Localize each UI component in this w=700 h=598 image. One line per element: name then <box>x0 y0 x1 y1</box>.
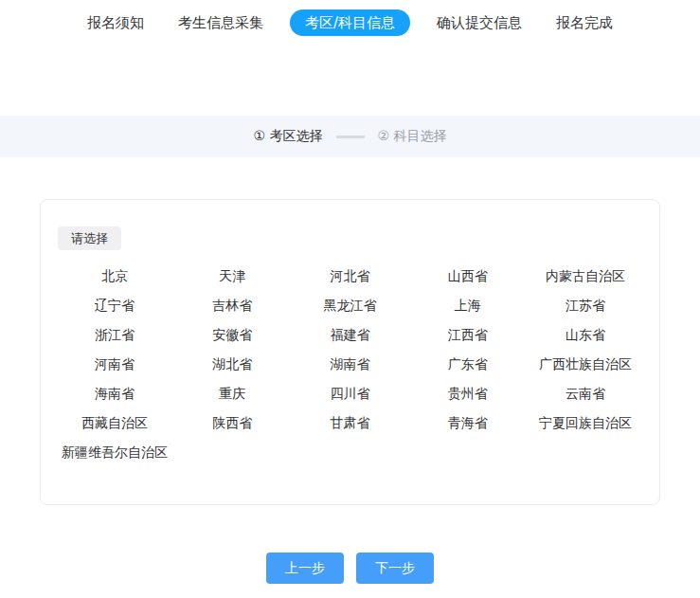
step-subject: ② 科目选择 <box>378 128 447 145</box>
province-option[interactable]: 海南省 <box>56 379 173 408</box>
province-option[interactable]: 青海省 <box>409 408 527 438</box>
province-option[interactable]: 辽宁省 <box>56 291 173 320</box>
province-option[interactable]: 宁夏回族自治区 <box>527 408 644 438</box>
province-option[interactable]: 甘肃省 <box>291 408 408 438</box>
step-divider <box>336 136 365 138</box>
province-option[interactable]: 江苏省 <box>527 291 644 320</box>
province-option[interactable]: 天津 <box>173 262 291 291</box>
province-option[interactable]: 山东省 <box>527 320 644 350</box>
registration-step-tabs: 报名须知考生信息采集考区/科目信息确认提交信息报名完成 <box>0 9 700 36</box>
nav-tab[interactable]: 报名完成 <box>556 9 613 36</box>
province-option[interactable]: 广西壮族自治区 <box>527 350 644 379</box>
province-option[interactable]: 安徽省 <box>173 320 291 350</box>
next-step-button[interactable]: 下一步 <box>356 553 434 584</box>
province-option[interactable]: 重庆 <box>173 379 291 408</box>
province-option[interactable]: 内蒙古自治区 <box>527 262 644 291</box>
province-option[interactable]: 云南省 <box>527 379 644 408</box>
province-option[interactable]: 陕西省 <box>173 408 291 438</box>
province-option[interactable]: 上海 <box>409 291 527 320</box>
nav-tab[interactable]: 考区/科目信息 <box>290 9 410 36</box>
footer-actions: 上一步 下一步 <box>0 553 700 584</box>
step-exam-area: ① 考区选择 <box>253 128 322 145</box>
province-option[interactable]: 浙江省 <box>56 320 173 350</box>
province-option[interactable]: 西藏自治区 <box>56 408 173 438</box>
previous-step-button[interactable]: 上一步 <box>266 553 344 584</box>
province-option[interactable]: 新疆维吾尔自治区 <box>56 438 173 467</box>
province-option[interactable]: 江西省 <box>409 320 527 350</box>
province-option[interactable]: 山西省 <box>409 262 527 291</box>
please-select-tag: 请选择 <box>58 227 121 250</box>
province-option[interactable]: 吉林省 <box>173 291 291 320</box>
province-option[interactable]: 河北省 <box>291 262 408 291</box>
province-option[interactable]: 四川省 <box>291 379 408 408</box>
province-option[interactable]: 湖南省 <box>291 350 408 379</box>
step-indicator-band: ① 考区选择 ② 科目选择 <box>0 116 700 157</box>
province-option[interactable]: 河南省 <box>56 350 173 379</box>
province-option[interactable]: 黑龙江省 <box>291 291 408 320</box>
province-option[interactable]: 广东省 <box>409 350 527 379</box>
province-option[interactable]: 贵州省 <box>409 379 527 408</box>
province-option[interactable]: 北京 <box>56 262 173 291</box>
exam-area-panel: 请选择 北京天津河北省山西省内蒙古自治区辽宁省吉林省黑龙江省上海江苏省浙江省安徽… <box>40 199 660 505</box>
province-grid: 北京天津河北省山西省内蒙古自治区辽宁省吉林省黑龙江省上海江苏省浙江省安徽省福建省… <box>56 262 644 467</box>
nav-tab[interactable]: 确认提交信息 <box>437 9 522 36</box>
province-option[interactable]: 湖北省 <box>173 350 291 379</box>
nav-tab[interactable]: 考生信息采集 <box>178 9 263 36</box>
province-option[interactable]: 福建省 <box>291 320 408 350</box>
nav-tab[interactable]: 报名须知 <box>87 9 144 36</box>
